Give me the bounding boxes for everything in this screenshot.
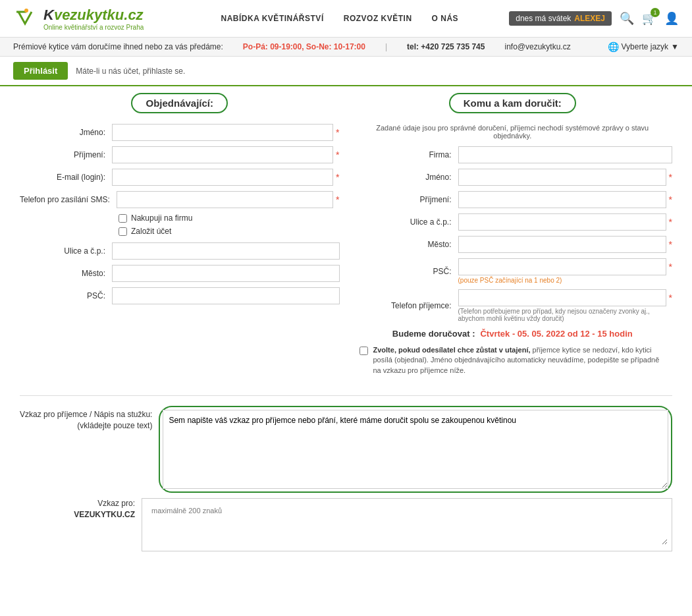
psc-right-row: PSČ: * (pouze PSČ začínající na 1 nebo 2… [353,258,673,284]
zalozit-ucet-checkbox[interactable] [119,227,127,236]
topbar-email: info@vezukytku.cz [504,42,570,51]
prijmeni-right-label: Příjmení: [353,195,458,204]
zalozit-ucet-row: Založit účet [119,227,340,236]
mesto-left-row: Město: [20,265,340,282]
telefon-label: Telefon pro zasílání SMS: [20,195,117,204]
telefon-input[interactable] [117,191,333,208]
left-section-header: Objednávající: [20,93,340,113]
telefon-required: * [336,194,339,205]
email-label: E-mail (login): [20,173,112,182]
firma-label: Firma: [353,150,458,159]
header-right: dnes má svátek ALEXEJ 🔍 🛒 1 👤 [509,11,679,26]
email-required: * [336,172,339,182]
prijmeni-right-wrap: * [458,191,673,208]
form-columns: Objednávající: Jméno: * Příjmení: * [20,93,672,385]
prijmeni-input-wrap: * [112,146,340,163]
vzkaz-label: Vzkaz pro příjemce / Nápis na stužku: (v… [20,406,152,493]
jmeno-row: Jméno: * [20,124,340,141]
jmeno-right-row: Jméno: * [353,169,673,186]
cart-button[interactable]: 🛒 1 [642,11,656,26]
prijmeni-row: Příjmení: * [20,146,340,163]
satek-name: ALEXEJ [574,14,605,23]
jmeno-input[interactable] [112,124,333,141]
tel-prijemce-required: * [669,293,672,303]
delivery-row: Budeme doručovat : Čtvrtek - 05. 05. 202… [353,329,673,339]
vzkaz-input-wrap: Sem napište váš vzkaz pro příjemce nebo … [159,406,672,493]
tel-prijemce-input[interactable] [458,289,666,306]
nakupuji-firma-row: Nakupuji na firmu [119,213,340,223]
nav-nabidka[interactable]: NABÍDKA KVĚTINÁŘSTVÍ [221,14,323,23]
email-input-wrap: * [112,169,340,186]
mesto-left-label: Město: [20,269,112,278]
tel-prijemce-group: * (Telefon potřebujeme pro případ, kdy n… [458,289,673,322]
email-input[interactable] [112,169,333,186]
ulice-right-row: Ulice a č.p.: * [353,213,673,231]
telefon-row: Telefon pro zasílání SMS: * [20,191,340,208]
zalozit-ucet-label: Založit účet [131,227,171,236]
mesto-right-required: * [669,239,672,250]
prijmeni-right-input[interactable] [458,191,666,208]
vzkaz-pro-label-sub: VEZUKYTKU.CZ [20,509,135,520]
jmeno-label: Jméno: [20,128,112,137]
vzkaz-textarea[interactable]: Sem napište váš vzkaz pro příjemce nebo … [163,410,668,489]
jmeno-required: * [336,127,339,138]
left-column: Objednávající: Jméno: * Příjmení: * [20,93,340,385]
prijmeni-right-required: * [669,194,672,205]
cart-count: 1 [651,8,660,17]
vzkaz-pro-label: Vzkaz pro: VEZUKYTKU.CZ [20,498,135,551]
logo-sub: Online květinářství a rozvoz Praha [43,24,144,31]
psc-hint: (pouze PSČ začínající na 1 nebo 2) [458,277,673,284]
login-button[interactable]: Přihlásit [13,62,68,80]
right-section-header: Komu a kam doručit: [353,93,673,113]
topbar-tel: tel: +420 725 735 745 [407,42,485,51]
psc-right-label: PSČ: [353,267,458,276]
anon-row: Zvolte, pokud odesílatel chce zůstat v u… [353,345,673,376]
right-section-title: Komu a kam doručit: [449,93,576,113]
vzkaz-label-sub: (vkládejte pouze text) [77,421,152,430]
form-area: Objednávající: Jméno: * Příjmení: * [0,86,692,565]
firma-input-wrap [458,146,673,163]
psc-right-input[interactable] [458,258,666,275]
right-note: Zadané údaje jsou pro správné doručení, … [353,124,673,140]
jmeno-right-wrap: * [458,169,673,186]
telefon-input-wrap: * [117,191,340,208]
nav-rozvoz[interactable]: ROZVOZ KVĚTIN [344,14,412,23]
topbar-hours: Po-Pá: 09-19:00, So-Ne: 10-17:00 [243,42,365,51]
logo-brand: Kvezukytku.cz [43,7,144,24]
svg-point-0 [24,9,28,13]
firma-input[interactable] [458,146,673,163]
prijmeni-input[interactable] [112,146,333,163]
language-selector[interactable]: 🌐 Vyberte jazyk ▼ [608,42,679,52]
nakupuji-firma-label: Nakupuji na firmu [131,213,192,223]
ulice-right-input[interactable] [458,213,666,231]
satek-badge: dnes má svátek ALEXEJ [509,11,612,26]
vzkaz-pro-box: maximálně 200 znaků [142,498,672,551]
search-button[interactable]: 🔍 [620,11,634,26]
anon-checkbox[interactable] [359,347,368,355]
nakupuji-firma-checkbox[interactable] [119,214,127,223]
mesto-right-input[interactable] [458,236,666,253]
vzkaz-pro-label-main: Vzkaz pro: [97,499,135,508]
ulice-left-input[interactable] [112,242,340,260]
psc-left-input[interactable] [112,287,340,304]
tel-prijemce-row: Telefon příjemce: * (Telefon potřebujeme… [353,289,673,322]
vzkaz-label-main: Vzkaz pro příjemce / Nápis na stužku: [20,410,152,419]
firma-row: Firma: [353,146,673,163]
ulice-left-row: Ulice a č.p.: [20,242,340,260]
ulice-right-required: * [669,217,672,227]
ulice-right-label: Ulice a č.p.: [353,217,458,227]
jmeno-right-input[interactable] [458,169,666,186]
mesto-right-label: Město: [353,240,458,249]
nav-onas[interactable]: O NÁS [432,14,459,23]
logo-text-area: Kvezukytku.cz Online květinářství a rozv… [43,7,144,31]
vzkaz-pro-hint: maximálně 200 znaků [146,503,668,518]
anon-text: Zvolte, pokud odesílatel chce zůstat v u… [373,345,666,376]
topbar-promo: Prémiové kytice vám doručíme ihned nebo … [13,42,223,51]
left-section-title: Objednávající: [131,93,228,113]
mesto-right-row: Město: * [353,236,673,253]
prijmeni-right-row: Příjmení: * [353,191,673,208]
psc-right-wrap: * [458,258,673,275]
user-button[interactable]: 👤 [664,11,679,26]
vzkaz-pro-textarea[interactable] [146,518,668,545]
mesto-left-input[interactable] [112,265,340,282]
